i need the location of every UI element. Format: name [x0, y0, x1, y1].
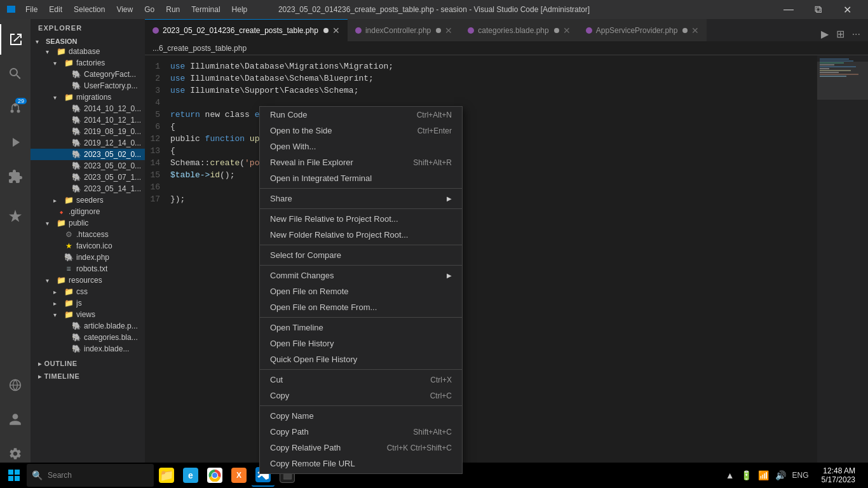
folder-views[interactable]: ▾ 📁 views — [31, 309, 145, 320]
menu-edit[interactable]: Edit — [44, 4, 67, 15]
menu-copy[interactable]: Copy Ctrl+C — [260, 388, 462, 403]
folder-database[interactable]: ▾ 📁 database — [31, 46, 145, 57]
tree-root[interactable]: ▾ SEASION — [31, 37, 145, 46]
menu-share[interactable]: Share ▶ — [260, 191, 462, 207]
file-robots[interactable]: ▸ ≡ robots.txt — [31, 263, 145, 274]
menu-run[interactable]: Run — [161, 4, 185, 15]
folder-migrations[interactable]: ▾ 📁 migrations — [31, 92, 145, 103]
file-categories-blade[interactable]: ▸ 🐘 categories.bla... — [31, 332, 145, 343]
tray-volume[interactable]: 🔊 — [773, 470, 789, 480]
menu-copy-relative-path[interactable]: Copy Relative Path Ctrl+K Ctrl+Shift+C — [260, 440, 462, 456]
menu-open-with[interactable]: Open With... — [260, 139, 462, 154]
timeline-section[interactable]: ▸ TIMELINE — [31, 370, 145, 383]
tab-indexcontroller[interactable]: indexController.php ✕ — [348, 19, 460, 41]
folder-public[interactable]: ▾ 📁 public — [31, 217, 145, 229]
menu-new-file[interactable]: New File Relative to Project Root... — [260, 211, 462, 227]
menu-file[interactable]: File — [20, 4, 43, 15]
more-actions-btn[interactable]: ··· — [850, 27, 863, 41]
file-categoryfact[interactable]: ▸ 🐘 CategoryFact... — [31, 69, 145, 80]
menu-reveal[interactable]: Reveal in File Explorer Shift+Alt+R — [260, 154, 462, 170]
tab-close-button[interactable]: ✕ — [563, 25, 571, 36]
file-mig1[interactable]: ▸ 🐘 2014_10_12_0... — [31, 103, 145, 114]
tab-categories[interactable]: categories.blade.php ✕ — [460, 19, 578, 41]
menu-open-file-history[interactable]: Open File History — [260, 336, 462, 351]
tray-battery[interactable]: 🔋 — [738, 470, 754, 480]
menu-open-remote[interactable]: Open File on Remote — [260, 283, 462, 299]
file-userfactory[interactable]: ▸ 🐘 UserFactory.p... — [31, 80, 145, 92]
start-button[interactable] — [3, 464, 25, 487]
menu-open-timeline[interactable]: Open Timeline — [260, 320, 462, 336]
minimize-button[interactable]: — — [774, 0, 803, 19]
run-code-btn[interactable]: ▶ — [818, 27, 831, 41]
activity-extra[interactable] — [0, 201, 31, 231]
split-editor-btn[interactable]: ⊞ — [834, 27, 847, 41]
tab-close-button[interactable]: ✕ — [332, 25, 340, 36]
folder-factories[interactable]: ▾ 📁 factories — [31, 57, 145, 69]
file-mig-active[interactable]: ▸ 🐘 2023_05_02_0... — [31, 149, 145, 160]
search-taskbar-btn[interactable]: 🔍 Search — [27, 464, 154, 487]
file-mig2[interactable]: ▸ 🐘 2014_10_12_1... — [31, 114, 145, 126]
activity-explorer[interactable] — [0, 24, 31, 55]
file-favicon[interactable]: ▸ ★ favicon.ico — [31, 240, 145, 252]
file-index-php[interactable]: ▸ 🐘 index.php — [31, 252, 145, 263]
activity-search[interactable] — [0, 58, 31, 89]
file-htaccess[interactable]: ▸ ⚙ .htaccess — [31, 229, 145, 240]
tab-active[interactable]: 2023_05_02_014236_create_posts_table.php… — [145, 19, 348, 41]
file-mig8[interactable]: ▸ 🐘 2023_05_14_1... — [31, 183, 145, 194]
menu-view[interactable]: View — [111, 4, 138, 15]
close-button[interactable]: ✕ — [832, 0, 862, 19]
menu-copy-remote-url[interactable]: Copy Remote File URL — [260, 456, 462, 471]
activity-git[interactable]: 29 — [0, 93, 31, 123]
file-index-blade[interactable]: ▸ 🐘 index.blade... — [31, 343, 145, 355]
file-mig3[interactable]: ▸ 🐘 2019_08_19_0... — [31, 126, 145, 137]
file-mig6[interactable]: ▸ 🐘 2023_05_02_0... — [31, 160, 145, 172]
folder-js[interactable]: ▸ 📁 js — [31, 297, 145, 309]
file-explorer-taskbar[interactable]: 📁 — [155, 464, 178, 487]
tab-close-button[interactable]: ✕ — [691, 25, 699, 36]
ie-taskbar[interactable]: e — [179, 464, 202, 487]
folder-css[interactable]: ▸ 📁 css — [31, 286, 145, 297]
menu-quick-file-history[interactable]: Quick Open File History — [260, 351, 462, 367]
menu-new-folder[interactable]: New Folder Relative to Project Root... — [260, 227, 462, 243]
xampp-taskbar[interactable]: X — [227, 464, 250, 487]
file-gitignore[interactable]: ▸ ⬥ .gitignore — [31, 206, 145, 217]
folder-seeders[interactable]: ▸ 📁 seeders — [31, 194, 145, 206]
activity-account[interactable] — [0, 404, 31, 435]
code-editor[interactable]: 1 use Illuminate\Database\Migrations\Mig… — [145, 55, 868, 210]
activity-run[interactable] — [0, 127, 31, 158]
menu-bar: File Edit Selection View Go Run Terminal… — [20, 4, 252, 15]
editor-content[interactable]: 1 use Illuminate\Database\Migrations\Mig… — [145, 55, 868, 474]
outline-section[interactable]: ▸ OUTLINE — [31, 357, 145, 370]
menu-open-terminal[interactable]: Open in Integrated Terminal — [260, 170, 462, 186]
explorer-header: EXPLORER — [31, 19, 145, 37]
menu-go[interactable]: Go — [139, 4, 159, 15]
activity-remote[interactable] — [0, 370, 31, 400]
chrome-taskbar[interactable] — [203, 464, 226, 487]
menu-copy-path[interactable]: Copy Path Shift+Alt+C — [260, 424, 462, 440]
menu-terminal[interactable]: Terminal — [186, 4, 225, 15]
maximize-button[interactable]: ⧉ — [803, 0, 832, 19]
mig-file-icon: 🐘 — [71, 184, 81, 194]
menu-run-code[interactable]: Run Code Ctrl+Alt+N — [260, 107, 462, 123]
tray-network[interactable]: 📶 — [756, 470, 771, 480]
file-mig4[interactable]: ▸ 🐘 2019_12_14_0... — [31, 137, 145, 149]
file-article-blade[interactable]: ▸ 🐘 article.blade.p... — [31, 320, 145, 332]
svg-rect-4 — [8, 470, 13, 475]
menu-cut[interactable]: Cut Ctrl+X — [260, 372, 462, 388]
menu-help[interactable]: Help — [227, 4, 253, 15]
separator — [260, 265, 462, 266]
tray-arrow[interactable]: ▲ — [723, 470, 737, 480]
activity-extensions[interactable] — [0, 161, 31, 192]
menu-selection[interactable]: Selection — [69, 4, 110, 15]
tray-language[interactable]: ENG — [790, 471, 811, 480]
tab-appserviceprovider[interactable]: AppServiceProvider.php ✕ — [578, 19, 707, 41]
file-mig7[interactable]: ▸ 🐘 2023_05_07_1... — [31, 172, 145, 183]
folder-resources[interactable]: ▾ 📁 resources — [31, 274, 145, 286]
menu-commit-changes[interactable]: Commit Changes ▶ — [260, 268, 462, 283]
menu-select-compare[interactable]: Select for Compare — [260, 247, 462, 263]
tab-close-button[interactable]: ✕ — [445, 25, 452, 36]
menu-open-remote-from[interactable]: Open File on Remote From... — [260, 299, 462, 315]
menu-copy-name[interactable]: Copy Name — [260, 408, 462, 424]
system-clock[interactable]: 12:48 AM 5/17/2023 — [817, 466, 860, 484]
menu-open-side[interactable]: Open to the Side Ctrl+Enter — [260, 123, 462, 139]
